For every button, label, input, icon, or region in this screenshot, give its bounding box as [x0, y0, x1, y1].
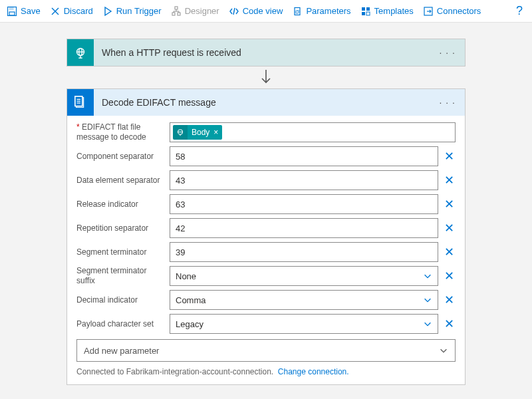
- connectors-button[interactable]: Connectors: [423, 6, 481, 17]
- change-connection-link[interactable]: Change connection.: [278, 367, 349, 376]
- templates-label: Templates: [374, 6, 414, 16]
- svg-marker-5: [105, 7, 111, 15]
- trigger-card[interactable]: When a HTTP request is received · · ·: [66, 39, 466, 66]
- svg-rect-18: [362, 12, 365, 15]
- token-input[interactable]: Body ×: [170, 122, 456, 142]
- discard-button[interactable]: Discard: [50, 6, 93, 17]
- action-title: Decode EDIFACT message: [94, 97, 437, 108]
- save-icon: [7, 6, 17, 17]
- action-card: Decode EDIFACT message · · · * EDIFACT f…: [66, 88, 466, 385]
- text-input[interactable]: 42: [170, 218, 438, 238]
- field-label: Payload character set: [76, 319, 170, 329]
- http-icon: [73, 45, 88, 60]
- chevron-down-icon: [439, 346, 448, 355]
- field-data-element-separator: Data element separator 43 ✕: [76, 170, 456, 190]
- templates-button[interactable]: Templates: [360, 6, 414, 17]
- edifact-icon: [73, 95, 88, 110]
- select-input[interactable]: Comma: [170, 290, 438, 310]
- save-label: Save: [21, 6, 41, 16]
- remove-field[interactable]: ✕: [442, 173, 456, 188]
- remove-field[interactable]: ✕: [442, 293, 456, 307]
- command-bar: Save Discard Run Trigger Designer Code v…: [0, 0, 532, 23]
- parameters-label: Parameters: [306, 6, 350, 16]
- svg-rect-19: [366, 12, 370, 15]
- trigger-menu[interactable]: · · ·: [437, 47, 458, 58]
- save-button[interactable]: Save: [7, 6, 41, 17]
- field-payload-character-set: Payload character set Legacy ✕: [76, 314, 456, 334]
- parameters-icon: @: [292, 6, 303, 17]
- trigger-tile: [67, 39, 94, 66]
- designer-icon: [171, 6, 182, 17]
- designer-label: Designer: [185, 6, 219, 16]
- code-view-label: Code view: [243, 6, 283, 16]
- field-label: * EDIFACT flat file message to decode: [76, 122, 170, 142]
- remove-field[interactable]: ✕: [442, 245, 456, 259]
- field-label: Release indicator: [76, 200, 170, 209]
- body-token[interactable]: Body ×: [173, 125, 222, 140]
- code-view-icon: [229, 6, 239, 17]
- text-input[interactable]: 63: [170, 194, 438, 214]
- run-icon: [102, 6, 113, 17]
- text-input[interactable]: 43: [170, 170, 438, 190]
- svg-line-13: [233, 8, 235, 15]
- field-label: Repetition separator: [76, 223, 170, 233]
- http-icon: [173, 125, 188, 140]
- svg-rect-8: [178, 13, 180, 15]
- select-input[interactable]: Legacy: [170, 314, 438, 334]
- field-segment-terminator: Segment terminator 39 ✕: [76, 242, 456, 262]
- action-menu[interactable]: · · ·: [437, 97, 458, 108]
- discard-icon: [50, 6, 61, 17]
- connection-info: Connected to Fabrikam-integration-accoun…: [76, 367, 456, 376]
- parameters-button[interactable]: @ Parameters: [292, 6, 350, 17]
- remove-field[interactable]: ✕: [442, 197, 456, 211]
- trigger-title: When a HTTP request is received: [94, 47, 437, 58]
- trigger-header[interactable]: When a HTTP request is received · · ·: [67, 39, 465, 66]
- chevron-down-icon: [423, 271, 432, 281]
- connectors-label: Connectors: [437, 6, 481, 16]
- field-repetition-separator: Repetition separator 42 ✕: [76, 218, 456, 238]
- designer-canvas: When a HTTP request is received · · · De…: [0, 23, 532, 399]
- text-input[interactable]: 58: [170, 146, 438, 166]
- token-remove[interactable]: ×: [212, 128, 222, 137]
- field-segment-terminator-suffix: Segment terminator suffix None ✕: [76, 266, 456, 286]
- run-trigger-label: Run Trigger: [116, 6, 162, 16]
- action-tile: [67, 89, 94, 116]
- field-label: Decimal indicator: [76, 295, 170, 305]
- field-label: Component separator: [76, 152, 170, 162]
- text-input[interactable]: 39: [170, 242, 438, 262]
- field-label: Segment terminator: [76, 247, 170, 257]
- chevron-down-icon: [423, 295, 432, 305]
- field-label: Data element separator: [76, 176, 170, 186]
- flow-arrow: [66, 66, 466, 88]
- svg-rect-1: [9, 7, 13, 9]
- select-input[interactable]: None: [170, 266, 438, 286]
- svg-rect-16: [362, 7, 365, 11]
- remove-field[interactable]: ✕: [442, 221, 456, 235]
- remove-field[interactable]: ✕: [442, 149, 456, 164]
- svg-rect-6: [175, 7, 178, 9]
- field-release-indicator: Release indicator 63 ✕: [76, 194, 456, 214]
- field-component-separator: Component separator 58 ✕: [76, 146, 456, 166]
- field-message-to-decode: * EDIFACT flat file message to decode Bo…: [76, 122, 456, 142]
- run-trigger-button[interactable]: Run Trigger: [102, 6, 162, 17]
- designer-button[interactable]: Designer: [171, 6, 219, 17]
- svg-rect-2: [9, 12, 15, 15]
- help-icon[interactable]: ?: [516, 4, 523, 18]
- chevron-down-icon: [423, 319, 432, 329]
- add-parameter-label: Add new parameter: [84, 346, 159, 356]
- connection-text: Connected to Fabrikam-integration-accoun…: [76, 367, 273, 376]
- code-view-button[interactable]: Code view: [229, 6, 283, 17]
- svg-rect-17: [366, 7, 370, 11]
- svg-rect-7: [172, 13, 175, 15]
- add-parameter-dropdown[interactable]: Add new parameter: [76, 339, 456, 362]
- remove-field[interactable]: ✕: [442, 317, 456, 331]
- action-body: * EDIFACT flat file message to decode Bo…: [67, 116, 465, 384]
- field-decimal-indicator: Decimal indicator Comma ✕: [76, 290, 456, 310]
- remove-field[interactable]: ✕: [442, 269, 456, 283]
- templates-icon: [360, 6, 371, 17]
- action-header[interactable]: Decode EDIFACT message · · ·: [67, 89, 465, 116]
- token-label: Body: [188, 128, 212, 137]
- svg-text:@: @: [295, 9, 300, 15]
- connectors-icon: [423, 6, 434, 17]
- field-label: Segment terminator suffix: [76, 266, 170, 286]
